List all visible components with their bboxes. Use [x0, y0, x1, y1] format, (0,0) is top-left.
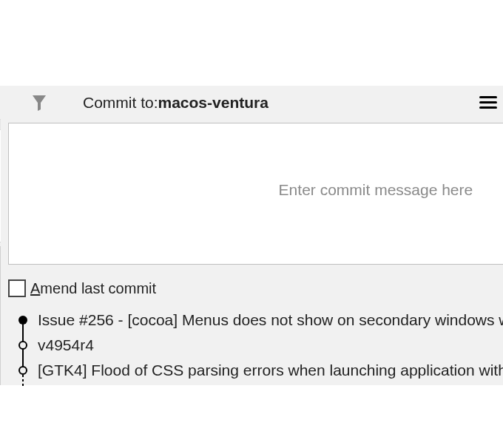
commit-message-input[interactable] [9, 123, 503, 264]
commit-message-box: ˄ ˅ [8, 123, 503, 265]
commit-panel: ˄ ˅ Amend last commit Push Commit Issue … [1, 119, 503, 385]
header-bar: Commit to: macos-ventura [0, 86, 503, 119]
amend-label: Amend last commit [30, 280, 156, 297]
funnel-icon [32, 95, 47, 111]
svg-rect-2 [479, 106, 497, 109]
top-spacer [0, 0, 503, 86]
history-text: [GTK4] Flood of CSS parsing errors when … [38, 362, 503, 379]
history-row[interactable]: v4954r4 [8, 333, 503, 358]
amend-checkbox[interactable] [8, 279, 26, 297]
branch-name: macos-ventura [158, 94, 269, 112]
commit-history: Issue #256 - [cocoa] Menus does not show… [8, 305, 503, 383]
history-row[interactable]: [GTK4] Flood of CSS parsing errors when … [8, 358, 503, 383]
history-text: v4954r4 [38, 336, 503, 354]
filter-button[interactable] [0, 86, 78, 119]
menu-button[interactable] [473, 86, 503, 119]
hamburger-icon [479, 95, 497, 110]
commit-controls: Amend last commit Push Commit [8, 265, 503, 305]
svg-rect-1 [479, 101, 497, 103]
history-text: Issue #256 - [cocoa] Menus does not show… [38, 311, 503, 329]
svg-rect-0 [479, 96, 497, 98]
history-row[interactable]: Issue #256 - [cocoa] Menus does not show… [8, 308, 503, 333]
commit-to-label: Commit to: [78, 94, 158, 112]
